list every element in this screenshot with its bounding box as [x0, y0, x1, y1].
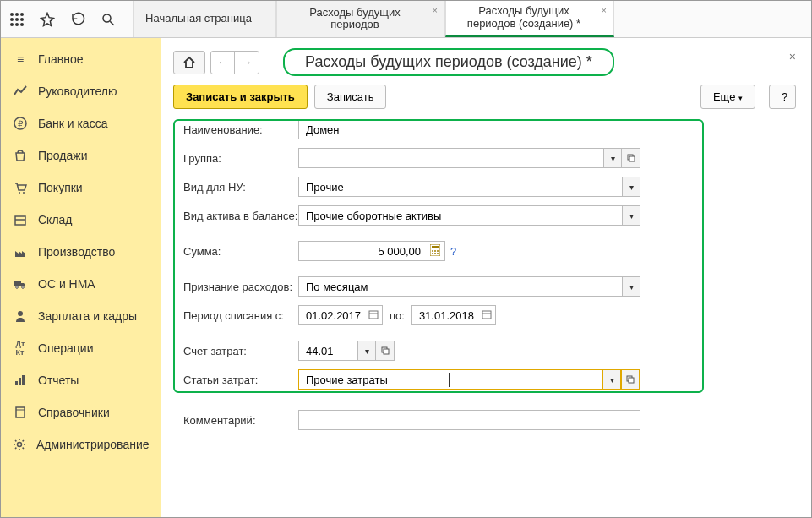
schet-input[interactable] [304, 344, 352, 358]
dtct-icon: ДтКт [13, 341, 28, 356]
sidebar-item-label: Банк и касса [38, 117, 107, 130]
schet-dropdown[interactable]: ▾ [357, 341, 376, 361]
calendar-icon[interactable] [368, 309, 379, 319]
schet-field[interactable] [298, 341, 357, 361]
sidebar-item-warehouse[interactable]: Склад [1, 204, 161, 236]
period-from-input[interactable] [304, 308, 377, 323]
schet-label: Счет затрат: [180, 345, 298, 357]
topbar: Начальная страница Расходы будущих перио… [1, 1, 811, 38]
group-open[interactable] [622, 148, 640, 168]
comment-input[interactable] [304, 413, 635, 428]
vidnu-input[interactable] [304, 180, 617, 194]
history-icon[interactable] [68, 10, 87, 29]
sidebar-item-purchases[interactable]: Покупки [1, 172, 161, 204]
save-button[interactable]: Записать [314, 85, 387, 109]
group-label: Группа: [180, 152, 298, 165]
comment-label: Комментарий: [180, 414, 298, 427]
summa-input[interactable] [304, 244, 439, 259]
row-stati: Статьи затрат: ▾ [180, 369, 796, 390]
sidebar-item-operations[interactable]: ДтКтОперации [1, 332, 161, 364]
sidebar-item-label: Руководителю [38, 85, 117, 98]
svg-line-10 [110, 21, 114, 25]
sidebar-item-label: Операции [38, 341, 94, 355]
sidebar-item-production[interactable]: Производство [1, 236, 161, 268]
tab-rbp-create[interactable]: Расходы будущих периодов (создание) * × [445, 0, 614, 37]
sidebar-item-label: Справочники [38, 406, 110, 419]
sidebar-item-sales[interactable]: Продажи [1, 139, 161, 172]
group-input[interactable] [304, 151, 598, 166]
sidebar-item-label: Продажи [38, 149, 87, 162]
save-close-button[interactable]: Записать и закрыть [173, 85, 308, 109]
svg-text:₽: ₽ [18, 119, 24, 128]
name-label: Наименование: [180, 123, 298, 136]
priznanie-dropdown[interactable]: ▾ [622, 276, 640, 297]
search-icon[interactable] [99, 10, 117, 29]
name-field[interactable] [298, 119, 640, 139]
row-vid-aktiva: Вид актива в балансе: ▾ [180, 205, 796, 226]
svg-rect-17 [14, 281, 21, 286]
home-button[interactable] [173, 51, 205, 74]
svg-point-13 [19, 192, 20, 194]
sidebar-item-main[interactable]: ≡Главное [1, 43, 161, 75]
priznanie-input[interactable] [304, 280, 617, 294]
sidebar-item-manager[interactable]: Руководителю [1, 75, 161, 107]
sidebar-item-admin[interactable]: Администрирование [1, 428, 161, 461]
stati-open[interactable] [621, 369, 640, 390]
close-icon[interactable]: × [602, 5, 607, 15]
stati-dropdown[interactable]: ▾ [602, 369, 621, 390]
apps-icon[interactable] [8, 10, 26, 29]
back-button[interactable]: ← [211, 52, 235, 74]
svg-rect-24 [16, 407, 25, 417]
vidnu-field[interactable] [298, 177, 622, 197]
vid-aktiva-field[interactable] [298, 205, 622, 226]
summa-field[interactable] [298, 241, 445, 261]
schet-open[interactable] [376, 341, 395, 361]
tab-rbp-list[interactable]: Расходы будущих периодов × [276, 0, 445, 37]
row-group: Группа: ▾ [180, 148, 796, 168]
forward-button[interactable]: → [235, 52, 259, 74]
vid-aktiva-input[interactable] [304, 209, 617, 223]
svg-rect-28 [629, 156, 635, 161]
sidebar-item-bank[interactable]: ₽Банк и касса [1, 107, 161, 139]
row-schet: Счет затрат: ▾ [180, 341, 796, 361]
sidebar-item-assets[interactable]: ОС и НМА [1, 268, 161, 300]
summa-help[interactable]: ? [450, 245, 456, 258]
sidebar-item-catalogs[interactable]: Справочники [1, 396, 161, 428]
vid-aktiva-dropdown[interactable]: ▾ [622, 205, 640, 226]
page-title: Расходы будущих периодов (создание) * [283, 48, 614, 76]
close-doc-icon[interactable]: × [789, 50, 796, 63]
more-button[interactable]: Еще ▾ [700, 85, 755, 109]
svg-rect-15 [15, 216, 25, 225]
row-vidnu: Вид для НУ: ▾ [180, 177, 796, 197]
svg-point-31 [432, 250, 433, 252]
stati-input[interactable] [304, 373, 450, 387]
tab-home[interactable]: Начальная страница [133, 0, 276, 37]
content-header: ← → Расходы будущих периодов (создание) … [173, 48, 796, 76]
help-button[interactable]: ? [769, 85, 796, 109]
svg-rect-23 [22, 375, 25, 385]
period-to-field[interactable] [411, 305, 496, 325]
calendar-icon[interactable] [482, 309, 492, 319]
calculator-icon[interactable] [430, 244, 440, 256]
priznanie-field[interactable] [298, 276, 622, 297]
svg-rect-42 [384, 349, 389, 354]
sidebar-item-hr[interactable]: Зарплата и кадры [1, 300, 161, 332]
priznanie-label: Признание расходов: [180, 281, 298, 293]
group-dropdown[interactable]: ▾ [603, 148, 622, 168]
summa-wrap [298, 241, 445, 261]
svg-point-9 [103, 14, 111, 22]
period-to-input[interactable] [417, 308, 490, 323]
sidebar-item-label: Покупки [38, 181, 83, 194]
close-icon[interactable]: × [433, 5, 438, 15]
stati-field[interactable] [298, 369, 603, 390]
comment-field[interactable] [298, 410, 640, 430]
sidebar-item-reports[interactable]: Отчеты [1, 364, 161, 396]
star-icon[interactable] [38, 10, 57, 29]
svg-point-32 [434, 250, 436, 252]
group-field[interactable] [298, 148, 603, 168]
svg-point-4 [15, 18, 19, 21]
svg-point-3 [10, 18, 14, 21]
vidnu-dropdown[interactable]: ▾ [622, 177, 640, 197]
name-input[interactable] [304, 123, 635, 137]
period-from-field[interactable] [298, 305, 383, 325]
